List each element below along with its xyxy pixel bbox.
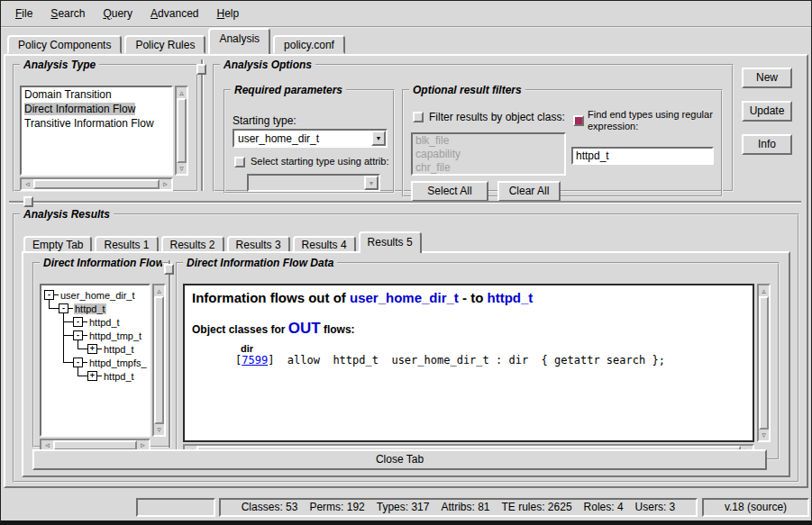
tree-collapse-icon[interactable]: - <box>73 358 83 367</box>
stat-users: Users: 3 <box>635 500 676 515</box>
tree-node-label[interactable]: httpd_t <box>74 303 106 314</box>
scroll-thumb[interactable] <box>33 179 160 189</box>
scroll-up-icon[interactable]: ▵ <box>759 285 769 296</box>
pane-sash-handle[interactable] <box>196 64 206 75</box>
attrib-checkbox[interactable] <box>234 157 245 167</box>
tab-policy-components[interactable]: Policy Components <box>7 35 122 54</box>
tree-node[interactable]: - httpd_tmpfs_ <box>41 356 149 369</box>
regex-checkbox[interactable] <box>573 115 584 126</box>
required-parameters-frame: Required parameters Starting type: user_… <box>224 84 395 194</box>
tab-policy-conf[interactable]: policy.conf <box>273 35 345 54</box>
analysis-type-title: Analysis Type <box>20 59 99 71</box>
flow-tree[interactable]: - user_home_dir_t - httpd_t - httpd_t <box>40 284 151 437</box>
starting-type-combobox[interactable]: user_home_dir_t ▼ <box>233 129 388 148</box>
close-tab-button[interactable]: Close Tab <box>32 449 767 470</box>
attrib-combobox-value <box>249 176 364 190</box>
pane-sash-horizontal[interactable] <box>9 201 801 203</box>
tree-node-selected[interactable]: - httpd_t <box>41 302 149 315</box>
main-tab-bar: Policy Components Policy Rules Analysis … <box>7 30 348 54</box>
menu-advanced[interactable]: Advanced <box>141 5 207 23</box>
scroll-left-icon[interactable]: ◃ <box>22 179 33 189</box>
tree-expand-icon[interactable]: + <box>87 371 97 381</box>
results-sash-vertical[interactable] <box>169 260 170 448</box>
stat-roles: Roles: 4 <box>584 500 624 515</box>
tree-node-label[interactable]: httpd_t <box>103 371 135 382</box>
scroll-down-icon[interactable]: ▿ <box>154 424 164 435</box>
analysis-type-listbox[interactable]: Domain Transition Direct Information Flo… <box>20 86 173 176</box>
results-sash-handle[interactable] <box>164 264 174 275</box>
tab-results-5[interactable]: Results 5 <box>359 231 422 253</box>
policy-stats: Classes: 53 Perms: 192 Types: 317 Attrib… <box>219 498 698 517</box>
object-class-filter-checkbox[interactable] <box>413 112 424 122</box>
scroll-right-icon[interactable]: ▹ <box>160 179 171 189</box>
combo-arrow-icon: ▼ <box>364 176 379 190</box>
policy-version: v.18 (source) <box>702 498 809 517</box>
flow-tree-frame: Direct Information Flow T - user_home_di… <box>32 257 170 448</box>
menubar: File Search Query Advanced Help <box>1 1 811 28</box>
tree-node[interactable]: - user_home_dir_t <box>41 288 149 302</box>
scroll-down-icon[interactable]: ▿ <box>177 163 187 174</box>
regex-checkbox-label: Find end types using regular expression: <box>588 109 719 132</box>
required-parameters-title: Required parameters <box>231 84 346 96</box>
tree-node-label[interactable]: httpd_t <box>88 317 121 328</box>
tree-collapse-icon[interactable]: - <box>44 290 54 300</box>
menu-help[interactable]: Help <box>207 5 248 23</box>
analysis-type-hscrollbar[interactable]: ◃ ▹ <box>20 177 173 191</box>
scroll-up-icon[interactable]: ▵ <box>154 285 164 296</box>
scroll-thumb[interactable] <box>759 296 769 430</box>
analysis-type-vscrollbar[interactable]: ▵ ▿ <box>175 86 188 176</box>
pane-sash-vertical[interactable] <box>201 59 203 191</box>
clear-all-button[interactable]: Clear All <box>497 181 561 202</box>
optional-filters-title: Optional result filters <box>409 84 525 96</box>
scroll-up-icon[interactable]: ▵ <box>177 87 187 98</box>
menu-query[interactable]: Query <box>94 5 141 23</box>
rule-line: [7599] allow httpd_t user_home_dir_t : d… <box>235 354 745 367</box>
attrib-checkbox-row: Select starting type using attrib: <box>234 156 389 167</box>
object-class-item: blk_file <box>413 134 564 148</box>
rule-number-link[interactable]: 7599 <box>242 354 268 367</box>
menu-search[interactable]: Search <box>41 5 94 23</box>
object-class-item: chr_file <box>413 161 564 175</box>
tree-node-label[interactable]: httpd_tmp_t <box>88 330 142 341</box>
tree-node-label[interactable]: user_home_dir_t <box>59 290 136 301</box>
select-all-button[interactable]: Select All <box>411 181 488 202</box>
tree-collapse-icon[interactable]: - <box>59 303 68 313</box>
action-button-column: New Update Info <box>742 68 792 167</box>
data-vscrollbar[interactable]: ▵ ▿ <box>757 284 771 442</box>
info-button[interactable]: Info <box>742 134 792 155</box>
tree-vscrollbar[interactable]: ▵ ▿ <box>152 284 166 437</box>
flow-tree-title: Direct Information Flow T <box>40 257 162 269</box>
analysis-type-frame: Analysis Type Domain Transition Direct I… <box>13 59 198 192</box>
regex-input[interactable] <box>571 147 714 165</box>
tree-expand-icon[interactable]: + <box>87 344 97 354</box>
tree-node[interactable]: + httpd_t <box>41 342 149 356</box>
tree-node[interactable]: - httpd_tmp_t <box>41 329 149 342</box>
status-bar: Classes: 53 Perms: 192 Types: 317 Attrib… <box>1 493 811 520</box>
tree-node-label[interactable]: httpd_t <box>103 344 135 355</box>
flow-data-title: Direct Information Flow Data <box>183 257 337 269</box>
tree-node-label[interactable]: httpd_tmpfs_ <box>88 358 148 368</box>
tree-node[interactable]: + httpd_t <box>41 369 149 383</box>
tree-collapse-icon[interactable]: - <box>73 317 83 327</box>
scroll-thumb[interactable] <box>177 98 187 163</box>
flow-data-text[interactable]: Information flows out of user_home_dir_t… <box>183 284 754 442</box>
flow-data-frame: Direct Information Flow Data Information… <box>176 257 780 460</box>
combo-arrow-icon[interactable]: ▼ <box>371 131 386 146</box>
list-item-selected[interactable]: Direct Information Flow <box>22 102 171 116</box>
scroll-thumb[interactable] <box>154 296 164 424</box>
new-button[interactable]: New <box>742 68 792 88</box>
menu-file[interactable]: File <box>6 5 41 23</box>
list-item[interactable]: Transitive Information Flow <box>22 116 171 131</box>
update-button[interactable]: Update <box>742 101 792 122</box>
tab-analysis[interactable]: Analysis <box>208 28 270 54</box>
tree-collapse-icon[interactable]: - <box>73 330 83 340</box>
attrib-combobox-disabled: ▼ <box>247 174 380 192</box>
analysis-options-title: Analysis Options <box>220 59 315 71</box>
scroll-down-icon[interactable]: ▿ <box>759 430 769 440</box>
tab-policy-rules[interactable]: Policy Rules <box>124 35 205 54</box>
pane-sash-handle[interactable] <box>23 196 33 207</box>
tree-node[interactable]: - httpd_t <box>41 315 149 329</box>
flow-target-type: httpd_t <box>488 290 534 305</box>
optional-filters-frame: Optional result filters Filter results b… <box>402 84 723 197</box>
list-item[interactable]: Domain Transition <box>22 87 171 102</box>
